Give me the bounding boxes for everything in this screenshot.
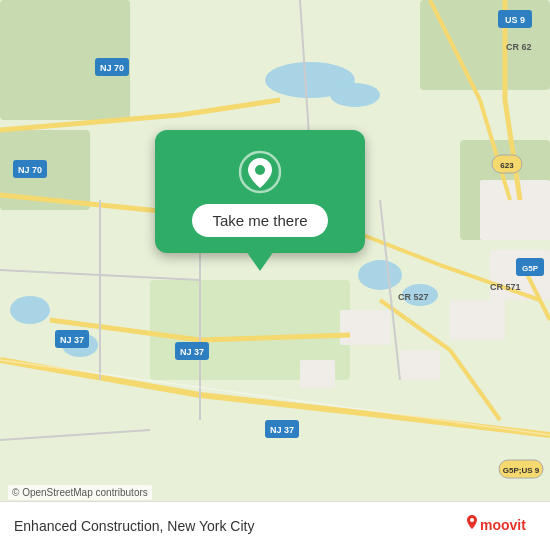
svg-rect-13: [400, 350, 440, 380]
svg-text:US 9: US 9: [505, 15, 525, 25]
svg-point-66: [255, 165, 265, 175]
svg-text:G5P: G5P: [522, 264, 539, 273]
svg-point-5: [358, 260, 402, 290]
svg-rect-14: [300, 360, 335, 388]
location-pin-icon: [238, 150, 282, 194]
moovit-logo: moovit: [466, 512, 536, 540]
svg-text:CR 527: CR 527: [398, 292, 429, 302]
moovit-brand-svg: moovit: [466, 512, 536, 540]
svg-text:CR 62: CR 62: [506, 42, 532, 52]
svg-text:G5P;US 9: G5P;US 9: [503, 466, 540, 475]
take-me-there-button[interactable]: Take me there: [192, 204, 327, 237]
svg-text:623: 623: [500, 161, 514, 170]
svg-rect-12: [340, 310, 390, 345]
svg-rect-15: [450, 300, 505, 340]
info-bar: Enhanced Construction, New York City moo…: [0, 501, 550, 550]
svg-text:NJ 70: NJ 70: [18, 165, 42, 175]
svg-rect-17: [480, 180, 550, 240]
map-container: NJ 70 NJ 70 NJ 37 NJ 37 NJ 37 US 9 CR 52…: [0, 0, 550, 550]
svg-text:NJ 37: NJ 37: [60, 335, 84, 345]
svg-text:moovit: moovit: [480, 517, 526, 533]
map-attribution: © OpenStreetMap contributors: [8, 485, 152, 500]
svg-point-3: [10, 296, 50, 324]
svg-point-67: [470, 518, 474, 522]
popup-green-card: Take me there: [155, 130, 365, 253]
map-roads-layer: NJ 70 NJ 70 NJ 37 NJ 37 NJ 37 US 9 CR 52…: [0, 0, 550, 550]
svg-point-2: [330, 83, 380, 107]
svg-text:NJ 70: NJ 70: [100, 63, 124, 73]
location-popup: Take me there: [155, 130, 365, 253]
svg-text:NJ 37: NJ 37: [270, 425, 294, 435]
svg-text:NJ 37: NJ 37: [180, 347, 204, 357]
svg-text:CR 571: CR 571: [490, 282, 521, 292]
location-name: Enhanced Construction, New York City: [14, 518, 254, 534]
